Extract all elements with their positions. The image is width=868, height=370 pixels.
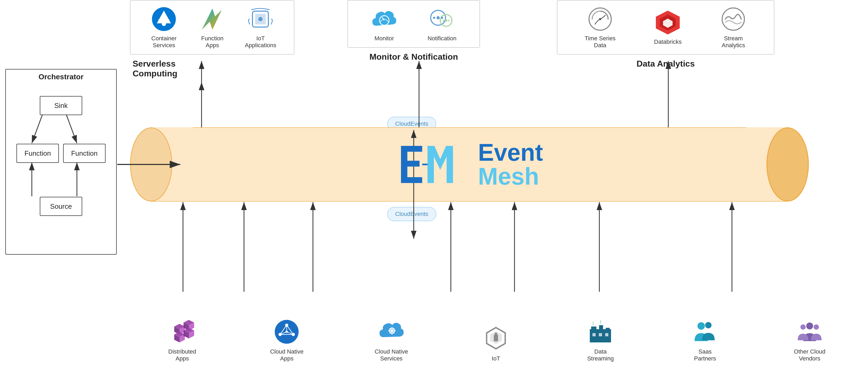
monitor-label-section: Monitor & Notification (347, 52, 480, 62)
function-apps-icon-item: FunctionApps (199, 6, 226, 49)
monitor-icon-box: Monitor Notification (347, 0, 480, 48)
notification-label: Notification (428, 35, 457, 42)
svg-rect-86 (592, 333, 596, 336)
function-apps-icon (199, 6, 226, 32)
bottom-icons-row: DistributedApps Cloud NativeApps (130, 318, 862, 362)
container-services-icon (151, 6, 177, 32)
cloud-native-services-label: Cloud NativeServices (375, 348, 408, 362)
analytics-label: Data Analytics (557, 59, 774, 69)
distributed-apps-label: DistributedApps (168, 348, 196, 362)
em-letters-svg (396, 138, 470, 191)
svg-point-22 (162, 22, 166, 26)
svg-point-90 (705, 322, 712, 328)
cloudevents-bottom-bubble: CloudEvents (387, 207, 436, 221)
other-cloud-vendors-item: Other CloudVendors (783, 318, 836, 362)
function2-box: Function (63, 144, 105, 163)
svg-marker-23 (202, 8, 222, 30)
other-cloud-vendors-label: Other CloudVendors (794, 348, 826, 362)
streamanalytics-label: StreamAnalytics (722, 35, 745, 49)
svg-point-36 (448, 20, 450, 21)
svg-point-35 (443, 20, 444, 21)
svg-rect-87 (599, 333, 602, 336)
svg-point-33 (433, 17, 435, 19)
orchestrator-box: Orchestrator Sink Function Function Sour… (5, 69, 117, 255)
streamanalytics-icon-item: StreamAnalytics (720, 6, 747, 49)
other-cloud-vendors-icon (796, 318, 823, 345)
svg-rect-88 (605, 333, 608, 336)
streamanalytics-icon (720, 6, 747, 32)
svg-rect-85 (606, 328, 610, 332)
svg-point-34 (441, 17, 443, 19)
svg-point-89 (698, 322, 705, 330)
serverless-label: ServerlessComputing (130, 59, 294, 79)
cloud-native-apps-label: Cloud NativeApps (270, 348, 303, 362)
iot-label: IoT (492, 355, 500, 362)
svg-point-31 (436, 16, 440, 19)
databricks-icon-item: Databricks (654, 9, 682, 45)
container-services-label: Container Services (148, 35, 180, 49)
serverless-section: Container Services FunctionApps (130, 0, 294, 79)
diagram-container: Orchestrator Sink Function Function Sour… (0, 0, 868, 370)
svg-rect-83 (591, 327, 596, 332)
svg-point-38 (599, 18, 601, 20)
svg-point-93 (814, 325, 819, 330)
eventmesh-logo: Event Mesh (130, 127, 809, 202)
cloud-native-apps-item: Cloud NativeApps (260, 318, 313, 362)
databricks-label: Databricks (654, 38, 682, 45)
svg-point-92 (800, 325, 806, 330)
data-streaming-icon (587, 318, 614, 345)
data-streaming-item: DataStreaming (574, 318, 627, 362)
monitor-icon-item: Monitor (371, 6, 398, 42)
cloud-native-services-item: Cloud NativeServices (365, 318, 418, 362)
analytics-icon-box: Time SeriesData Databricks StreamAnalyti (557, 0, 774, 55)
cloud-native-apps-icon (273, 318, 300, 345)
source-box: Source (40, 197, 82, 216)
cloud-native-services-icon (378, 318, 405, 345)
monitor-icon (371, 6, 398, 32)
saas-partners-item: SaasPartners (679, 318, 732, 362)
monitor-label: Monitor (374, 35, 394, 42)
data-streaming-label: DataStreaming (587, 348, 614, 362)
databricks-icon (654, 9, 681, 36)
iot-item: IoT (469, 326, 522, 362)
iot-applications-label: IoTApplications (245, 35, 276, 49)
notification-icon-item: Notification (428, 6, 457, 42)
svg-point-26 (258, 17, 262, 21)
iot-applications-icon-item: IoTApplications (245, 6, 276, 49)
serverless-icon-box: Container Services FunctionApps (130, 0, 294, 55)
monitor-section: Monitor Notification Monitor & Notific (347, 0, 480, 62)
svg-point-91 (806, 322, 813, 330)
iot-applications-icon (247, 6, 274, 32)
saas-partners-icon (692, 318, 718, 345)
distributed-apps-item: DistributedApps (156, 318, 209, 362)
svg-point-81 (495, 333, 497, 335)
function1-box: Function (17, 144, 59, 163)
saas-partners-label: SaasPartners (694, 348, 716, 362)
svg-rect-80 (494, 335, 498, 341)
timeseries-icon-item: Time SeriesData (585, 6, 616, 49)
em-text: Event Mesh (478, 141, 543, 188)
orchestrator-title: Orchestrator (6, 69, 116, 83)
notification-icon (429, 6, 455, 32)
analytics-section: Time SeriesData Databricks StreamAnalyti (557, 0, 774, 69)
container-services-icon-item: Container Services (148, 6, 180, 49)
iot-icon (483, 326, 509, 352)
distributed-apps-icon (169, 318, 195, 345)
svg-rect-84 (599, 325, 603, 332)
timeseries-icon (587, 6, 613, 32)
function-apps-label: FunctionApps (201, 35, 223, 49)
timeseries-label: Time SeriesData (585, 35, 616, 49)
svg-point-32 (445, 19, 447, 22)
sink-box: Sink (40, 96, 82, 115)
